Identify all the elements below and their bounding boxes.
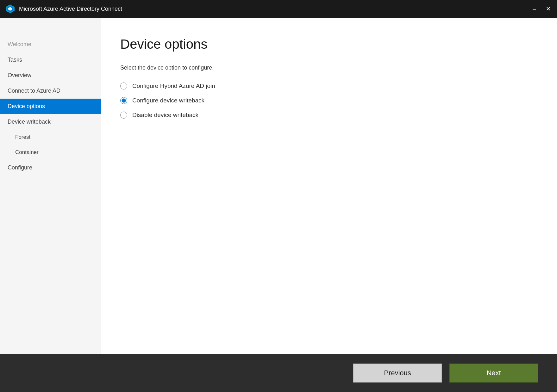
sidebar: Welcome Tasks Overview Connect to Azure … [0, 18, 101, 354]
sidebar-item-configure[interactable]: Configure [0, 160, 101, 175]
main-content: Device options Select the device option … [101, 18, 557, 354]
footer: Previous Next [0, 354, 557, 392]
radio-device-writeback-label: Configure device writeback [132, 97, 204, 104]
sidebar-item-welcome[interactable]: Welcome [0, 37, 101, 52]
sidebar-item-device-writeback[interactable]: Device writeback [0, 114, 101, 130]
next-button[interactable]: Next [449, 364, 538, 383]
page-description: Select the device option to configure. [120, 64, 538, 71]
app-title: Microsoft Azure Active Directory Connect [19, 6, 530, 12]
option-device-writeback[interactable]: Configure device writeback [120, 97, 538, 104]
sidebar-item-tasks[interactable]: Tasks [0, 52, 101, 68]
option-disable-writeback[interactable]: Disable device writeback [120, 112, 538, 119]
app-logo-icon [5, 4, 15, 14]
inner-area: Welcome Tasks Overview Connect to Azure … [0, 18, 557, 354]
radio-device-writeback[interactable] [120, 97, 127, 104]
device-options-radio-group: Configure Hybrid Azure AD join Configure… [120, 83, 538, 119]
close-button[interactable]: ✕ [544, 5, 552, 13]
window-content: Welcome Tasks Overview Connect to Azure … [0, 18, 557, 392]
window-controls: – ✕ [530, 5, 552, 13]
sidebar-item-device-options[interactable]: Device options [0, 99, 101, 114]
sidebar-item-connect-azure-ad[interactable]: Connect to Azure AD [0, 83, 101, 99]
radio-disable-writeback[interactable] [120, 112, 127, 119]
radio-hybrid-join-label: Configure Hybrid Azure AD join [132, 83, 215, 89]
option-hybrid-join[interactable]: Configure Hybrid Azure AD join [120, 83, 538, 89]
radio-hybrid-join[interactable] [120, 83, 127, 89]
previous-button[interactable]: Previous [353, 364, 442, 383]
sidebar-item-container[interactable]: Container [0, 145, 101, 160]
sidebar-item-forest[interactable]: Forest [0, 130, 101, 145]
title-bar: Microsoft Azure Active Directory Connect… [0, 0, 557, 18]
page-title: Device options [120, 37, 538, 52]
radio-disable-writeback-label: Disable device writeback [132, 112, 198, 119]
sidebar-item-overview[interactable]: Overview [0, 68, 101, 83]
minimize-button[interactable]: – [530, 5, 538, 13]
